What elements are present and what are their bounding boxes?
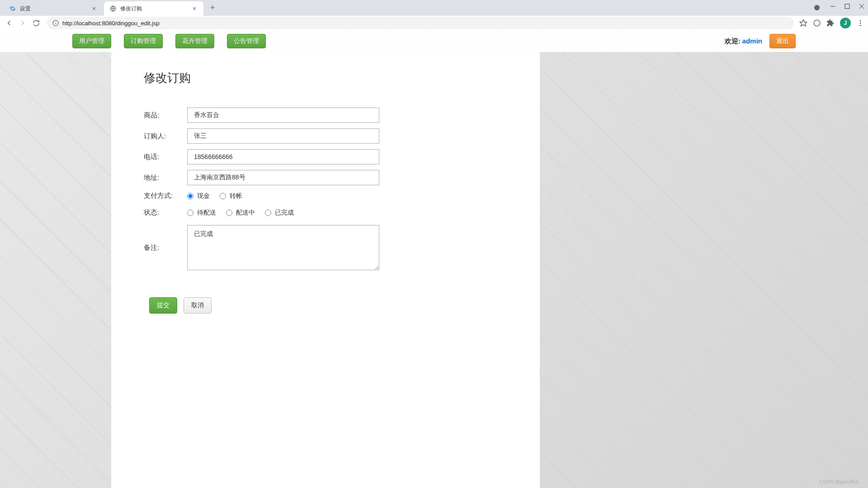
tab-title: 设置 bbox=[20, 5, 90, 13]
maximize-icon[interactable] bbox=[844, 4, 850, 12]
product-input[interactable] bbox=[187, 108, 379, 123]
nav-notice-management[interactable]: 公告管理 bbox=[227, 34, 266, 48]
svg-point-12 bbox=[860, 23, 861, 24]
status-radio-done[interactable] bbox=[265, 210, 271, 216]
minimize-icon[interactable] bbox=[830, 4, 835, 12]
status-radio-pending[interactable] bbox=[187, 210, 193, 216]
close-window-icon[interactable] bbox=[859, 4, 864, 12]
extension-icon[interactable] bbox=[813, 19, 821, 27]
form-row-buyer: 订购人: bbox=[144, 128, 507, 144]
logout-button[interactable]: 退出 bbox=[769, 34, 796, 48]
menu-icon[interactable] bbox=[856, 19, 864, 27]
tab-title: 修改订购 bbox=[120, 5, 191, 13]
reload-button[interactable] bbox=[31, 18, 42, 28]
welcome-user[interactable]: admin bbox=[742, 37, 762, 45]
browser-chrome: 设置 × 修改订购 × + bbox=[0, 0, 868, 30]
svg-rect-3 bbox=[845, 4, 849, 9]
puzzle-icon[interactable] bbox=[826, 19, 835, 27]
status-option-pending: 待配送 bbox=[197, 209, 216, 217]
form-row-status: 状态: 待配送 配送中 已完成 bbox=[144, 208, 507, 217]
svg-point-13 bbox=[860, 25, 861, 26]
page-title: 修改订购 bbox=[144, 70, 507, 86]
form-row-product: 商品: bbox=[144, 108, 507, 123]
watermark: CSDN @java毕业 bbox=[819, 479, 859, 485]
gear-icon bbox=[9, 5, 16, 12]
status-radio-shipping[interactable] bbox=[226, 210, 232, 216]
star-icon[interactable] bbox=[799, 19, 807, 27]
nav-user-management[interactable]: 用户管理 bbox=[72, 34, 111, 48]
phone-input[interactable] bbox=[187, 149, 379, 164]
nav-flower-management[interactable]: 花卉管理 bbox=[175, 34, 214, 48]
status-option-shipping: 配送中 bbox=[236, 209, 255, 217]
form-row-remark: 备注: 已完成 bbox=[144, 225, 507, 270]
cancel-button[interactable]: 取消 bbox=[184, 297, 212, 314]
status-label: 状态: bbox=[144, 208, 187, 217]
welcome-label: 欢迎: admin bbox=[725, 37, 762, 46]
page-wrapper: 用户管理 订购管理 花卉管理 公告管理 欢迎: admin 退出 修改订购 商品… bbox=[0, 30, 868, 488]
tab-bar: 设置 × 修改订购 × + bbox=[0, 0, 868, 16]
url-text: http://localhost:8080/dinggou_edit.jsp bbox=[62, 20, 160, 27]
form-actions: 提交 取消 bbox=[149, 297, 507, 314]
status-radio-group: 待配送 配送中 已完成 bbox=[187, 209, 299, 217]
forward-button[interactable] bbox=[17, 18, 28, 28]
nav-order-management[interactable]: 订购管理 bbox=[124, 34, 163, 48]
form-row-payment: 支付方式: 现金 转帐 bbox=[144, 192, 507, 200]
url-bar[interactable]: http://localhost:8080/dinggou_edit.jsp bbox=[47, 17, 794, 29]
close-icon[interactable]: × bbox=[90, 5, 98, 12]
svg-point-11 bbox=[860, 20, 861, 21]
status-option-done: 已完成 bbox=[275, 209, 294, 217]
form-row-phone: 电话: bbox=[144, 149, 507, 164]
payment-radio-cash[interactable] bbox=[187, 193, 193, 199]
top-nav: 用户管理 订购管理 花卉管理 公告管理 欢迎: admin 退出 bbox=[0, 30, 868, 52]
address-label: 地址: bbox=[144, 174, 187, 182]
new-tab-button[interactable]: + bbox=[206, 2, 219, 14]
info-icon bbox=[52, 20, 59, 26]
remark-label: 备注: bbox=[144, 244, 187, 252]
profile-avatar[interactable]: J bbox=[840, 18, 851, 28]
incognito-icon bbox=[813, 4, 821, 12]
buyer-label: 订购人: bbox=[144, 132, 187, 141]
product-label: 商品: bbox=[144, 111, 187, 120]
nav-bar: http://localhost:8080/dinggou_edit.jsp J bbox=[0, 16, 868, 30]
phone-label: 电话: bbox=[144, 153, 187, 161]
globe-icon bbox=[109, 5, 117, 12]
svg-marker-9 bbox=[800, 20, 807, 26]
form-row-address: 地址: bbox=[144, 170, 507, 185]
payment-option-cash: 现金 bbox=[197, 192, 210, 200]
payment-radio-group: 现金 转帐 bbox=[187, 192, 248, 200]
tab-settings[interactable]: 设置 × bbox=[4, 1, 103, 16]
window-controls bbox=[813, 4, 864, 12]
close-icon[interactable]: × bbox=[191, 5, 198, 12]
payment-option-transfer: 转帐 bbox=[230, 192, 242, 200]
submit-button[interactable]: 提交 bbox=[149, 297, 177, 314]
payment-label: 支付方式: bbox=[144, 192, 187, 200]
svg-point-1 bbox=[814, 5, 820, 10]
address-input[interactable] bbox=[187, 170, 379, 185]
content-panel: 修改订购 商品: 订购人: 电话: 地址: 支付方式: 现金 bbox=[111, 52, 540, 488]
back-button[interactable] bbox=[4, 18, 14, 28]
svg-point-10 bbox=[814, 20, 820, 26]
tab-edit-order[interactable]: 修改订购 × bbox=[104, 1, 203, 16]
buyer-input[interactable] bbox=[187, 128, 379, 144]
remark-textarea[interactable]: 已完成 bbox=[187, 225, 379, 270]
payment-radio-transfer[interactable] bbox=[220, 193, 226, 199]
